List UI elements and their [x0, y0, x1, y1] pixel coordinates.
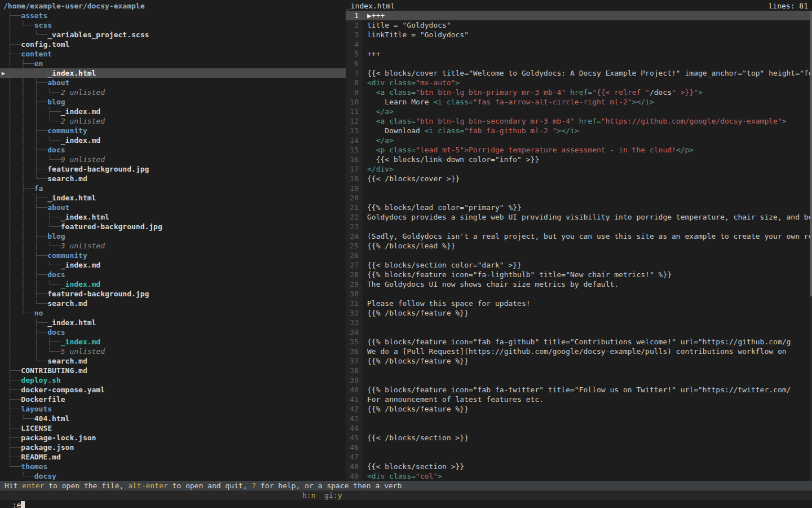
line-number: 48 — [346, 462, 363, 471]
tree-dir-docs[interactable]: │ │ ├──docs — [0, 145, 346, 155]
code-segment: > — [782, 117, 787, 125]
tree-item-9-unlisted[interactable]: │ │ │ └──9 unlisted — [0, 155, 346, 164]
tree-dir-themes[interactable]: └──themes — [0, 462, 346, 471]
tree-item-name: config.toml — [21, 40, 69, 49]
line-number: 30 — [346, 289, 363, 299]
scrollbar-thumb[interactable] — [810, 11, 812, 296]
tree-dir-scss[interactable]: │ └──scss — [0, 20, 346, 30]
code-line-32: 32{{% /blocks/feature %}} — [346, 308, 812, 318]
tree-dir-community[interactable]: │ │ ├──community — [0, 251, 346, 260]
tree-branch-lines: │ │ ├── — [3, 78, 47, 87]
tree-item-docker-compose-yaml[interactable]: ├──docker-compose.yaml — [0, 385, 346, 395]
command-line[interactable]: :e h:n gi:y — [0, 491, 812, 500]
code-segment: </p> — [676, 146, 694, 154]
tree-dir-assets[interactable]: ├──assets — [0, 11, 346, 20]
code-text: <a class="btn btn-lg btn-secondary mr-3 … — [367, 116, 812, 126]
code-text: {{< blocks/link-down color="info" >}} — [367, 155, 812, 164]
code-text: </a> — [367, 107, 812, 116]
tree-dir-layouts[interactable]: ├──layouts — [0, 404, 346, 414]
tree-dir-about[interactable]: │ │ ├──about — [0, 203, 346, 212]
tree-item--index-html[interactable]: │ ├──_index.html — [0, 318, 346, 327]
code-text — [367, 443, 812, 452]
tree-item-name: community — [47, 251, 87, 260]
tree-item-search-md[interactable]: │ │ └──search.md — [0, 174, 346, 183]
tree-item--index-html[interactable]: ▶ │ │ ├──_index.html — [0, 68, 346, 78]
tree-item--index-md[interactable]: │ │ │ ├──_index.md — [0, 107, 346, 116]
tree-item-featured-background-jpg[interactable]: │ │ ├──featured-background.jpg — [0, 289, 346, 299]
tree-item-2-unlisted[interactable]: │ │ │ └──2 unlisted — [0, 87, 346, 97]
tree-item-readme-md[interactable]: ├──README.md — [0, 452, 346, 462]
tree-dir-en[interactable]: │ ├──en — [0, 59, 346, 68]
tree-item--index-md[interactable]: │ │ ├──_index.md — [0, 337, 346, 347]
tree-item-license[interactable]: ├──LICENSE — [0, 423, 346, 433]
tree-dir-docs[interactable]: │ │ ├──docs — [0, 270, 346, 279]
line-number: 22 — [346, 212, 363, 222]
tree-item-contributing-md[interactable]: ├──CONTRIBUTING.md — [0, 366, 346, 375]
tree-item-featured-background-jpg[interactable]: │ │ ├──featured-background.jpg — [0, 164, 346, 174]
command-input[interactable]: :e — [9, 501, 21, 508]
tree-item-5-unlisted[interactable]: │ │ └──5 unlisted — [0, 347, 346, 356]
code-text: {{% blocks/feature icon="fab fa-github" … — [367, 337, 812, 347]
tree-dir-community[interactable]: │ │ ├──community — [0, 126, 346, 135]
code-segment: The Goldydocs UI now shows chair size me… — [367, 280, 619, 288]
tree-item-3-unlisted[interactable]: │ │ │ └──3 unlisted — [0, 241, 346, 251]
tree-item--index-md[interactable]: │ │ │ └──_index.md — [0, 135, 346, 145]
code-text: {{% /blocks/feature %}} — [367, 308, 812, 318]
tree-item--variables-project-scss[interactable]: │ └──_variables_project.scss — [0, 30, 346, 40]
preview-scrollbar[interactable] — [810, 11, 812, 481]
tree-item-404-html[interactable]: │ └──404.html — [0, 414, 346, 423]
code-text: Please follow this space for updates! — [367, 299, 812, 308]
code-segment — [367, 117, 376, 125]
tree-item-search-md[interactable]: │ │ └──search.md — [0, 299, 346, 308]
tree-item-name: fa — [34, 184, 43, 192]
line-number: 9 — [346, 87, 363, 97]
code-segment: "col" — [416, 472, 438, 480]
tree-item-dockerfile[interactable]: ├──Dockerfile — [0, 395, 346, 404]
code-text: +++ — [367, 49, 812, 59]
line-number: 44 — [346, 423, 363, 433]
status-key-hint: alt-enter — [128, 481, 167, 490]
code-text: (Sadly, Goldydocs isn't a real project, … — [367, 231, 812, 241]
tree-dir-blog[interactable]: │ │ ├──blog — [0, 97, 346, 107]
tree-item-name: en — [34, 59, 43, 68]
tree-item-package-lock-json[interactable]: ├──package-lock.json — [0, 433, 346, 443]
tree-item--index-html[interactable]: │ │ │ ├──_index.html — [0, 212, 346, 222]
tree-dir-blog[interactable]: │ │ ├──blog — [0, 231, 346, 241]
status-key-hint: enter — [22, 481, 44, 490]
tree-branch-lines: │ │ │ └── — [3, 136, 61, 144]
code-text: title = "Goldydocs" — [367, 20, 812, 30]
tree-item-2-unlisted[interactable]: │ │ │ └──2 unlisted — [0, 116, 346, 126]
tree-item--index-md[interactable]: │ │ │ └──_index.md — [0, 279, 346, 289]
tree-dir-about[interactable]: │ │ ├──about — [0, 78, 346, 87]
tree-dir-content[interactable]: ├──content — [0, 49, 346, 59]
tree-item-search-md[interactable]: │ └──search.md — [0, 356, 346, 366]
preview-header: _index.html lines: 81 — [346, 1, 812, 11]
mode-hint: gi: — [315, 491, 337, 500]
code-line-41: 41For announcement of latest features et… — [346, 395, 812, 404]
tree-item--index-md[interactable]: │ │ │ └──_index.md — [0, 260, 346, 270]
tree-dir-docs[interactable]: │ ├──docs — [0, 327, 346, 337]
tree-dir-fa[interactable]: │ ├──fa — [0, 183, 346, 193]
code-line-24: 24(Sadly, Goldydocs isn't a real project… — [346, 231, 812, 241]
code-line-10: 10 Learn More <i class="fas fa-arrow-alt… — [346, 97, 812, 107]
tree-item-package-json[interactable]: ├──package.json — [0, 443, 346, 452]
tree-item-name: 2 unlisted — [61, 117, 105, 125]
tree-item-config-toml[interactable]: ├──config.toml — [0, 40, 346, 49]
tree-item-featured-background-jpg[interactable]: │ │ │ └──featured-background.jpg — [0, 222, 346, 231]
code-line-11: 11 </a> — [346, 107, 812, 116]
code-segment: Goldydocs provides a single web UI provi… — [367, 213, 812, 221]
tree-dir-docsy[interactable]: └──docsy — [0, 471, 346, 481]
tree-item-deploy-sh[interactable]: ├──deploy.sh — [0, 375, 346, 385]
tree-dir-no[interactable]: │ └──no — [0, 308, 346, 318]
line-number: 40 — [346, 385, 363, 395]
code-segment: {{% blocks/feature icon="fa-lightbulb" t… — [367, 270, 672, 279]
tree-item--index-html[interactable]: │ │ ├──_index.html — [0, 193, 346, 203]
code-segment: > — [438, 472, 442, 480]
line-number: 1 — [346, 11, 363, 20]
code-text — [367, 193, 812, 203]
code-text: <p class="lead mt-5">Porridge temperatur… — [367, 145, 812, 155]
tree-branch-lines: │ │ │ └── — [3, 88, 61, 97]
line-number: 23 — [346, 222, 363, 231]
line-number: 6 — [346, 59, 363, 68]
tree-branch-lines: ├── — [3, 405, 21, 413]
